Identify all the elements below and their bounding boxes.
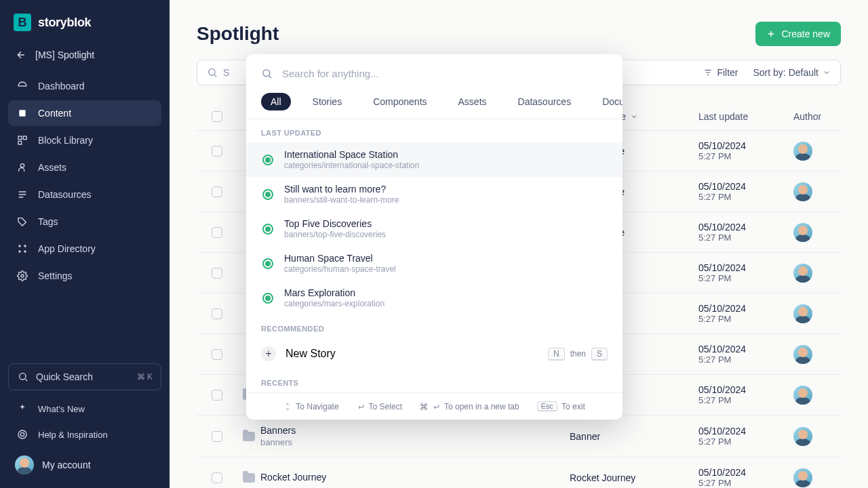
row-checkbox[interactable] <box>212 268 222 279</box>
row-checkbox[interactable] <box>212 349 222 360</box>
spotlight-tab-stories[interactable]: Stories <box>303 93 352 110</box>
row-last-update: 05/10/20245:27 PM <box>698 140 793 161</box>
spotlight-tab-datasources[interactable]: Datasources <box>509 93 581 110</box>
col-author: Author <box>793 111 821 122</box>
svg-point-8 <box>24 250 26 252</box>
nav-app-directory[interactable]: App Directory <box>8 236 161 262</box>
back-to-space[interactable]: [MS] Spotlight <box>8 42 161 73</box>
spotlight-section-last-updated: LAST UPDATED <box>246 119 623 142</box>
row-checkbox[interactable] <box>212 146 222 157</box>
row-checkbox[interactable] <box>212 227 222 238</box>
nav-datasources[interactable]: Datasources <box>8 182 161 207</box>
svg-point-4 <box>20 164 24 167</box>
key-s: S <box>591 348 608 361</box>
spotlight-result-item[interactable]: Still want to learn more? banners/still-… <box>246 177 623 211</box>
row-checkbox[interactable] <box>212 390 222 401</box>
select-all-checkbox[interactable] <box>212 111 222 122</box>
search-icon <box>261 68 273 79</box>
spotlight-search-row <box>246 54 623 93</box>
content-icon <box>16 107 28 119</box>
nav-dashboard[interactable]: Dashboard <box>8 73 161 99</box>
nav-help[interactable]: Help & Inspiration <box>8 422 161 447</box>
key-esc: Esc <box>537 401 557 411</box>
account-menu[interactable]: My account <box>8 447 161 477</box>
nav-label: Assets <box>38 162 66 173</box>
author-avatar <box>793 345 812 364</box>
page-title: Spotlight <box>197 23 279 45</box>
nav-label: Tags <box>38 216 58 227</box>
quick-search-shortcut: ⌘ K <box>137 372 153 382</box>
svg-point-7 <box>18 250 20 252</box>
status-published-icon <box>261 188 275 201</box>
nav-label: Dashboard <box>38 81 85 92</box>
spotlight-tab-docs[interactable]: Documentation <box>593 93 623 110</box>
nav-assets[interactable]: Assets <box>8 155 161 180</box>
author-avatar <box>793 468 812 487</box>
spotlight-tab-components[interactable]: Components <box>363 93 436 110</box>
status-published-icon <box>261 222 275 236</box>
row-checkbox[interactable] <box>212 308 222 319</box>
spotlight-result-item[interactable]: International Space Station categories/i… <box>246 142 623 177</box>
sidebar: B storyblok [MS] Spotlight Dashboard Con… <box>0 0 170 488</box>
quick-search-button[interactable]: Quick Search ⌘ K <box>8 363 161 390</box>
table-row[interactable]: Banners banners Banner 05/10/20245:27 PM <box>197 415 841 458</box>
brand-name: storyblok <box>38 16 91 30</box>
filter-icon <box>703 68 713 77</box>
svg-point-12 <box>20 432 24 436</box>
author-avatar <box>793 386 812 405</box>
table-row[interactable]: Rocket Journey Rocket Journey 05/10/2024… <box>197 458 841 488</box>
logo-mark-icon: B <box>14 14 31 31</box>
spotlight-item-path: categories/mars-exploration <box>284 299 384 308</box>
spotlight-tab-assets[interactable]: Assets <box>449 93 496 110</box>
spotlight-tab-all[interactable]: All <box>261 93 291 110</box>
enter-icon <box>357 403 365 411</box>
svg-point-11 <box>18 430 26 439</box>
blocks-icon <box>16 134 28 146</box>
row-path: banners <box>260 437 570 447</box>
filter-button[interactable]: Filter <box>703 67 738 78</box>
nav-whats-new[interactable]: What's New <box>8 396 161 422</box>
author-avatar <box>793 264 812 283</box>
spotlight-tabs: All Stories Components Assets Datasource… <box>246 93 623 119</box>
row-last-update: 05/10/20245:27 PM <box>698 303 793 324</box>
apps-icon <box>16 243 28 255</box>
dashboard-icon <box>16 80 28 92</box>
nav-tags[interactable]: Tags <box>8 209 161 235</box>
row-last-update: 05/10/20245:27 PM <box>698 384 793 405</box>
enter-icon <box>432 403 440 411</box>
spotlight-item-path: categories/human-space-travel <box>284 264 396 274</box>
spotlight-result-item[interactable]: Mars Exploration categories/mars-explora… <box>246 281 623 315</box>
key-then: then <box>570 349 586 359</box>
svg-point-5 <box>18 245 20 247</box>
spotlight-search-input[interactable] <box>282 68 608 79</box>
hint-select: To Select <box>357 402 402 411</box>
brand-logo[interactable]: B storyblok <box>8 11 161 42</box>
author-avatar <box>793 304 812 323</box>
plus-icon <box>766 29 776 39</box>
row-checkbox[interactable] <box>212 431 222 442</box>
spotlight-item-path: banners/top-five-discoveries <box>284 230 386 239</box>
spotlight-new-story[interactable]: + New Story N then S <box>246 338 623 369</box>
sort-button[interactable]: Sort by: Default <box>753 67 831 78</box>
nav-settings[interactable]: Settings <box>8 263 161 289</box>
nav-label: Settings <box>38 270 73 281</box>
spotlight-result-item[interactable]: Top Five Discoveries banners/top-five-di… <box>246 211 623 246</box>
assets-icon <box>16 161 28 174</box>
spotlight-result-item[interactable]: Human Space Travel categories/human-spac… <box>246 246 623 281</box>
spotlight-footer: To Navigate To Select To open in a new t… <box>246 392 623 420</box>
primary-nav: Dashboard Content Block Library Assets D… <box>8 73 161 289</box>
nav-content[interactable]: Content <box>8 100 161 126</box>
row-checkbox[interactable] <box>212 186 222 197</box>
row-last-update: 05/10/20245:27 PM <box>698 467 793 488</box>
nav-label: Datasources <box>38 189 92 200</box>
plus-icon: + <box>261 346 276 361</box>
svg-point-14 <box>263 70 270 77</box>
row-checkbox[interactable] <box>212 472 222 483</box>
account-label: My account <box>42 460 91 470</box>
spotlight-section-recents: RECENTS <box>246 369 623 392</box>
nav-block-library[interactable]: Block Library <box>8 127 161 153</box>
svg-rect-1 <box>18 136 22 140</box>
avatar-icon <box>15 455 34 474</box>
create-new-button[interactable]: Create new <box>755 22 841 46</box>
quick-search-label: Quick Search <box>36 371 93 382</box>
